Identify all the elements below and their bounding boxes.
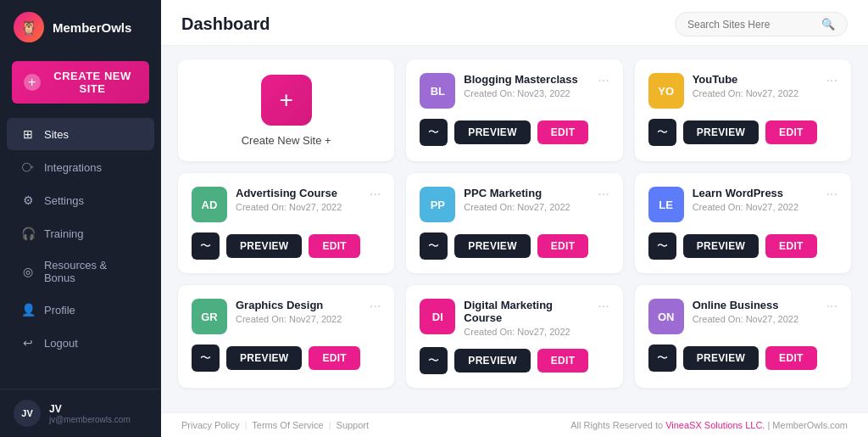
edit-button[interactable]: EDIT [765,120,817,144]
edit-button[interactable]: EDIT [309,234,360,258]
sidebar-item-settings[interactable]: ⚙ Settings [7,184,154,216]
card-info: YouTube Created On: Nov27, 2022 [693,73,818,98]
sidebar-footer: JV JV jv@memberowls.com [0,389,161,437]
wave-button[interactable]: 〜 [648,233,676,260]
resources-icon: ◎ [20,264,36,279]
settings-icon: ⚙ [20,193,36,208]
wave-button[interactable]: 〜 [420,233,448,260]
card-menu-dots[interactable]: ··· [826,299,837,314]
edit-button[interactable]: EDIT [765,346,817,370]
card-title: Digital Marketing Course [464,299,589,324]
card-date: Created On: Nov27, 2022 [236,202,361,212]
user-name: JV [49,403,131,415]
site-card: LE Learn WordPress Created On: Nov27, 20… [635,173,851,273]
card-date: Created On: Nov27, 2022 [693,202,818,212]
edit-button[interactable]: EDIT [309,346,360,370]
footer-privacy[interactable]: Privacy Policy [181,420,239,430]
preview-button[interactable]: PREVIEW [226,234,302,258]
card-date: Created On: Nov27, 2022 [236,314,361,324]
wave-button[interactable]: 〜 [192,233,220,260]
footer-support[interactable]: Support [337,420,370,430]
card-date: Created On: Nov27, 2022 [693,314,818,324]
card-menu-dots[interactable]: ··· [826,187,837,202]
card-header: YO YouTube Created On: Nov27, 2022 ··· [648,73,837,109]
footer: Privacy Policy | Terms Of Service | Supp… [161,412,868,437]
card-title: Blogging Masterclass [464,73,589,86]
wave-button[interactable]: 〜 [420,119,448,146]
card-info: Advertising Course Created On: Nov27, 20… [236,187,361,212]
sidebar-item-resources[interactable]: ◎ Resources & Bonus [7,250,154,293]
preview-button[interactable]: PREVIEW [454,349,530,373]
wave-button[interactable]: 〜 [192,345,220,372]
sites-grid-container: + Create New Site + BL Blogging Mastercl… [161,46,868,412]
card-title: YouTube [693,73,818,86]
wave-button[interactable]: 〜 [420,347,448,374]
card-title: Learn WordPress [693,187,818,199]
search-icon: 🔍 [821,18,835,31]
sidebar-label-training: Training [44,227,83,240]
sidebar-item-sites[interactable]: ⊞ Sites [7,118,154,150]
card-header: LE Learn WordPress Created On: Nov27, 20… [648,187,837,222]
preview-button[interactable]: PREVIEW [454,234,530,258]
preview-button[interactable]: PREVIEW [683,346,759,370]
card-actions: 〜 PREVIEW EDIT [420,347,609,374]
wave-button[interactable]: 〜 [648,119,676,146]
create-new-site-button[interactable]: + CREATE NEW SITE [12,61,149,104]
training-icon: 🎧 [20,226,36,241]
preview-button[interactable]: PREVIEW [683,120,759,144]
card-actions: 〜 PREVIEW EDIT [648,233,837,260]
card-info: Graphics Design Created On: Nov27, 2022 [236,299,361,324]
create-card-label[interactable]: Create New Site + [242,134,331,147]
card-actions: 〜 PREVIEW EDIT [192,233,381,260]
footer-brand-name[interactable]: VineaSX Solutions LLC. [665,420,765,430]
site-card: YO YouTube Created On: Nov27, 2022 ··· 〜… [635,59,851,161]
card-thumb: AD [192,187,227,222]
footer-links: Privacy Policy | Terms Of Service | Supp… [181,420,369,430]
card-menu-dots[interactable]: ··· [826,73,837,88]
card-info: Learn WordPress Created On: Nov27, 2022 [693,187,818,212]
card-actions: 〜 PREVIEW EDIT [420,233,609,260]
sites-icon: ⊞ [20,126,36,142]
card-menu-dots[interactable]: ··· [598,299,609,314]
sidebar-item-profile[interactable]: 👤 Profile [7,294,154,326]
sidebar-item-training[interactable]: 🎧 Training [7,217,154,249]
card-title: Online Business [693,299,818,311]
sidebar-label-settings: Settings [44,194,84,207]
site-card: GR Graphics Design Created On: Nov27, 20… [178,285,394,388]
preview-button[interactable]: PREVIEW [454,120,530,144]
sidebar-item-integrations[interactable]: ⧂ Integrations [7,151,154,183]
user-email: jv@memberowls.com [49,415,131,424]
card-info: Online Business Created On: Nov27, 2022 [693,299,818,324]
preview-button[interactable]: PREVIEW [226,346,302,370]
logo-area: 🦉 MemberOwls [0,0,161,54]
wave-button[interactable]: 〜 [648,345,676,372]
avatar: JV [14,400,41,427]
footer-tos[interactable]: Terms Of Service [252,420,323,430]
sidebar-label-logout: Logout [44,337,78,350]
site-card: AD Advertising Course Created On: Nov27,… [178,173,394,273]
card-header: BL Blogging Masterclass Created On: Nov2… [420,73,609,109]
edit-button[interactable]: EDIT [537,234,589,258]
card-actions: 〜 PREVIEW EDIT [648,345,837,372]
plus-icon: + [24,74,41,91]
card-actions: 〜 PREVIEW EDIT [648,119,837,146]
preview-button[interactable]: PREVIEW [683,234,759,258]
edit-button[interactable]: EDIT [537,349,589,373]
edit-button[interactable]: EDIT [765,234,817,258]
card-menu-dots[interactable]: ··· [370,187,381,202]
create-btn-label: CREATE NEW SITE [47,70,137,95]
card-header: AD Advertising Course Created On: Nov27,… [192,187,381,222]
card-thumb: BL [420,73,455,109]
sidebar-label-profile: Profile [44,304,75,317]
card-menu-dots[interactable]: ··· [370,299,381,314]
edit-button[interactable]: EDIT [537,120,589,144]
card-menu-dots[interactable]: ··· [598,187,609,202]
card-thumb: YO [648,73,684,109]
card-menu-dots[interactable]: ··· [598,73,609,88]
card-header: DI Digital Marketing Course Created On: … [420,299,609,337]
sites-grid: + Create New Site + BL Blogging Mastercl… [178,59,851,388]
search-input[interactable] [687,19,815,31]
search-bar: 🔍 [675,12,848,36]
create-plus-icon[interactable]: + [261,75,312,126]
sidebar-item-logout[interactable]: ↩ Logout [7,327,154,359]
